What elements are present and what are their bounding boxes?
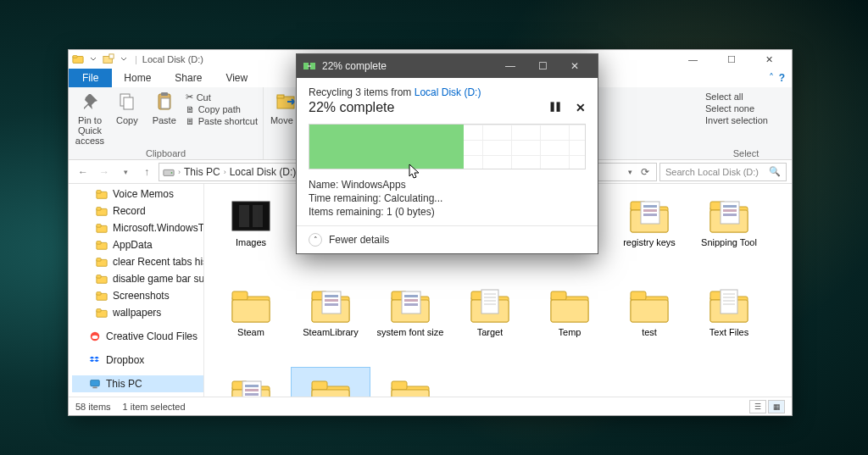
- qat-new-folder-icon[interactable]: [103, 53, 114, 65]
- folder-item[interactable]: WindowsApps: [291, 367, 370, 397]
- scissors-icon: ✂: [186, 92, 193, 103]
- dialog-title: 22% complete: [322, 60, 387, 72]
- nav-item-label: clear Recent tabs history: [113, 256, 203, 268]
- folder-label: SteamLibrary: [303, 327, 358, 338]
- help-icon[interactable]: ?: [779, 72, 785, 84]
- paste-shortcut-button[interactable]: 🗏Paste shortcut: [186, 116, 258, 126]
- folder-icon: [96, 205, 108, 217]
- address-dropdown-icon[interactable]: ▾: [625, 168, 636, 176]
- folder-item[interactable]: winx: [370, 367, 450, 397]
- chevron-up-icon[interactable]: ˄: [309, 233, 322, 247]
- maximize-button[interactable]: ☐: [712, 50, 750, 69]
- folder-item[interactable]: test: [609, 277, 689, 367]
- svg-rect-61: [641, 202, 659, 224]
- progress-bar: [309, 124, 586, 169]
- copy-path-button[interactable]: 🗎Copy path: [186, 104, 258, 114]
- forward-button[interactable]: →: [95, 163, 114, 181]
- svg-rect-28: [97, 309, 101, 313]
- nav-item[interactable]: Record: [72, 203, 203, 219]
- paste-icon: [153, 90, 176, 114]
- nav-root-cc[interactable]: Creative Cloud Files: [72, 328, 203, 345]
- pause-button[interactable]: ❚❚: [548, 101, 560, 114]
- nav-item[interactable]: Screenshots: [72, 287, 203, 304]
- dialog-progress-label: 22% complete: [309, 100, 394, 115]
- folder-item[interactable]: system font size: [370, 277, 450, 367]
- folder-label: Steam: [237, 327, 264, 338]
- svg-point-12: [171, 172, 173, 174]
- select-all-button[interactable]: Select all: [705, 92, 768, 102]
- details-view-button[interactable]: ☰: [749, 400, 766, 413]
- folder-item[interactable]: Images: [211, 187, 291, 277]
- nav-item-label: Screenshots: [113, 290, 170, 302]
- up-button[interactable]: ↑: [137, 163, 156, 181]
- breadcrumb[interactable]: Local Disk (D:): [230, 166, 297, 178]
- transfer-icon: [303, 60, 315, 72]
- folder-item[interactable]: SteamLibrary: [291, 277, 370, 367]
- svg-rect-102: [631, 300, 668, 322]
- dialog-close-button[interactable]: ✕: [559, 54, 591, 78]
- pin-label: Pin to Quick access: [74, 115, 106, 146]
- tab-view[interactable]: View: [214, 69, 259, 87]
- ribbon-minimize-icon[interactable]: ˄: [769, 72, 774, 84]
- copy-button[interactable]: Copy: [111, 90, 143, 125]
- search-input[interactable]: Search Local Disk (D:) 🔍: [659, 163, 787, 181]
- search-icon: 🔍: [769, 166, 781, 177]
- folder-icon: [387, 373, 434, 397]
- close-button[interactable]: ✕: [750, 50, 788, 69]
- qat-dropdown-icon[interactable]: [87, 53, 99, 65]
- folder-icon: [466, 283, 514, 324]
- cut-button[interactable]: ✂Cut: [186, 92, 258, 103]
- dialog-minimize-button[interactable]: —: [494, 54, 526, 78]
- navigation-pane[interactable]: Voice MemosRecordMicrosoft.WindowsTermin…: [69, 184, 204, 397]
- pin-to-quick-access-button[interactable]: Pin to Quick access: [74, 90, 106, 146]
- minimize-button[interactable]: —: [674, 50, 712, 69]
- folder-icon: [307, 373, 354, 397]
- paste-button[interactable]: Paste: [148, 90, 181, 125]
- refresh-icon[interactable]: ⟳: [637, 166, 653, 178]
- nav-item[interactable]: disable game bar suggestions: [72, 270, 203, 287]
- nav-item[interactable]: wallpapers: [72, 304, 203, 321]
- folder-item[interactable]: Snipping Tool: [689, 187, 769, 277]
- file-operation-dialog: 22% complete — ☐ ✕ Recycling 3 items fro…: [296, 53, 598, 254]
- dialog-titlebar[interactable]: 22% complete — ☐ ✕: [297, 54, 598, 78]
- recent-locations-button[interactable]: ▾: [116, 163, 135, 181]
- fewer-details-button[interactable]: Fewer details: [329, 234, 389, 246]
- folder-icon: [96, 188, 108, 200]
- svg-rect-71: [723, 214, 737, 216]
- nav-item-label: Microsoft.WindowsTerminal: [113, 222, 203, 234]
- svg-rect-74: [232, 300, 270, 322]
- pin-icon: [78, 90, 102, 114]
- qat-dropdown-icon[interactable]: [118, 53, 130, 65]
- folder-item[interactable]: Temp: [530, 277, 609, 367]
- folder-item[interactable]: Target: [450, 277, 530, 367]
- nav-root-thispc[interactable]: This PC: [72, 375, 203, 392]
- nav-root-dropbox[interactable]: Dropbox: [72, 352, 203, 369]
- back-button[interactable]: ←: [74, 163, 92, 181]
- invert-selection-button[interactable]: Invert selection: [705, 115, 768, 125]
- nav-item[interactable]: clear Recent tabs history: [72, 253, 203, 270]
- svg-rect-3: [109, 54, 114, 58]
- select-none-button[interactable]: Select none: [705, 103, 768, 114]
- folder-item[interactable]: Text Files: [689, 277, 769, 367]
- folder-item[interactable]: registry keys: [609, 187, 689, 277]
- dialog-source-link[interactable]: Local Disk (D:): [415, 86, 481, 98]
- nav-item[interactable]: Voice Memos: [72, 186, 203, 203]
- tab-home[interactable]: Home: [112, 69, 163, 87]
- icons-view-button[interactable]: ▦: [768, 400, 785, 413]
- cancel-button[interactable]: ✕: [576, 101, 586, 114]
- folder-icon: [626, 193, 673, 234]
- folder-item[interactable]: Steam: [211, 277, 291, 367]
- dialog-maximize-button[interactable]: ☐: [526, 54, 559, 78]
- breadcrumb[interactable]: This PC›: [184, 166, 226, 178]
- folder-item[interactable]: Windows Terminal settings: [211, 367, 291, 397]
- chevron-right-icon[interactable]: ›: [178, 168, 181, 176]
- nav-item[interactable]: Microsoft.WindowsTerminal: [72, 219, 203, 236]
- tab-share[interactable]: Share: [163, 69, 214, 87]
- folder-label: Target: [477, 327, 504, 338]
- svg-rect-92: [481, 290, 498, 314]
- cc-icon: [89, 330, 101, 342]
- nav-item[interactable]: AppData: [72, 236, 203, 253]
- file-tab[interactable]: File: [69, 69, 112, 87]
- svg-rect-80: [325, 299, 338, 302]
- svg-rect-32: [92, 387, 97, 389]
